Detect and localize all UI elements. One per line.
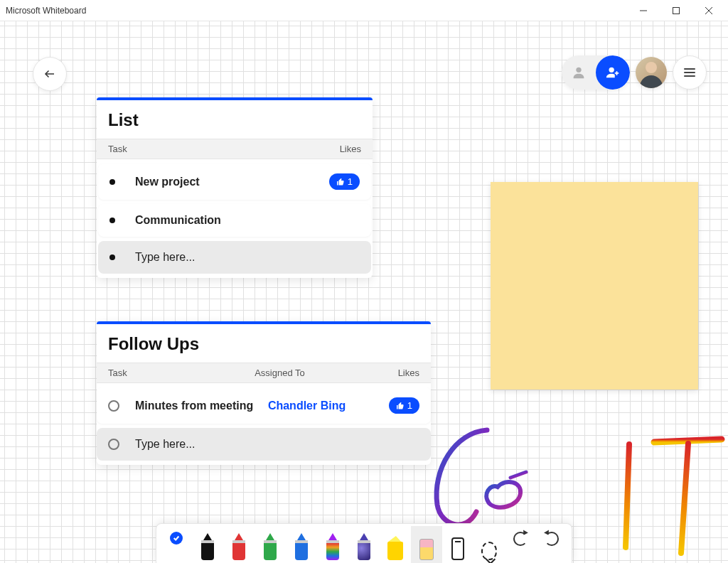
- col-likes-label: Likes: [377, 368, 419, 378]
- check-icon: [170, 532, 183, 545]
- list-row-new[interactable]: Type here...: [98, 241, 371, 274]
- col-likes-label: Likes: [340, 144, 361, 154]
- active-tool-check[interactable]: [161, 526, 192, 563]
- window-close-button[interactable]: [692, 0, 725, 21]
- followups-row[interactable]: Minutes from meeting Chandler Bing 1: [97, 387, 431, 424]
- ruler-tool[interactable]: [442, 526, 473, 563]
- whiteboard-canvas[interactable]: List Task Likes New project 1 Communicat…: [0, 21, 728, 563]
- undo-icon: [513, 532, 528, 546]
- ink-stroke-it[interactable]: [611, 434, 725, 554]
- undo-button[interactable]: [505, 526, 536, 563]
- svg-rect-1: [673, 7, 680, 14]
- highlighter-tool[interactable]: [380, 526, 411, 563]
- list-row-placeholder: Type here...: [135, 251, 360, 264]
- list-card-title: List: [97, 100, 373, 139]
- lasso-icon: [481, 542, 497, 560]
- svg-point-5: [576, 68, 581, 73]
- bullet-icon: [109, 179, 115, 185]
- redo-button[interactable]: [536, 526, 567, 563]
- list-row-text: New project: [135, 176, 329, 188]
- eraser-tool[interactable]: [411, 526, 442, 563]
- ruler-icon: [451, 537, 464, 560]
- like-badge[interactable]: 1: [389, 397, 419, 414]
- like-count: 1: [348, 176, 353, 187]
- pen-blue[interactable]: [286, 526, 317, 563]
- presence-share-pill: [562, 55, 630, 90]
- list-card-header: Task Likes: [97, 139, 373, 159]
- col-task-label: Task: [108, 368, 255, 378]
- like-badge[interactable]: 1: [329, 173, 360, 190]
- pen-galaxy[interactable]: [348, 526, 380, 563]
- sticky-note[interactable]: [491, 182, 698, 390]
- bullet-icon: [109, 254, 115, 260]
- redo-icon: [545, 532, 559, 546]
- pen-green[interactable]: [255, 526, 286, 563]
- back-button[interactable]: [33, 57, 67, 91]
- settings-menu-button[interactable]: [673, 55, 707, 90]
- eraser-icon: [419, 539, 434, 560]
- list-row-text: Communication: [135, 214, 360, 227]
- pen-red[interactable]: [223, 526, 255, 563]
- col-assigned-label: Assigned To: [255, 368, 377, 378]
- followups-row-new[interactable]: Type here...: [97, 428, 431, 461]
- window-titlebar: Microsoft Whiteboard: [0, 0, 728, 21]
- pen-rainbow[interactable]: [317, 526, 348, 563]
- window-maximize-button[interactable]: [660, 0, 692, 21]
- tool-toolbar: [156, 523, 572, 563]
- presence-empty-icon: [562, 55, 596, 90]
- checkbox-icon[interactable]: [108, 400, 119, 412]
- followups-card-header: Task Assigned To Likes: [97, 363, 431, 383]
- like-count: 1: [407, 400, 412, 411]
- pen-black[interactable]: [192, 526, 223, 563]
- window-minimize-button[interactable]: [627, 0, 660, 21]
- followups-row-text: Minutes from meeting: [135, 400, 268, 412]
- list-card[interactable]: List Task Likes New project 1 Communicat…: [97, 97, 373, 278]
- window-title: Microsoft Whiteboard: [6, 6, 627, 16]
- svg-point-6: [609, 68, 614, 73]
- user-avatar[interactable]: [636, 57, 667, 88]
- list-row[interactable]: Communication: [98, 204, 371, 237]
- followups-row-placeholder: Type here...: [135, 438, 419, 451]
- list-row[interactable]: New project 1: [98, 163, 371, 200]
- checkbox-icon[interactable]: [108, 439, 119, 450]
- followups-card[interactable]: Follow Ups Task Assigned To Likes Minute…: [97, 321, 431, 465]
- top-right-controls: [562, 55, 707, 90]
- invite-button[interactable]: [596, 55, 630, 90]
- followups-row-assigned[interactable]: Chandler Bing: [268, 400, 389, 412]
- col-task-label: Task: [108, 144, 340, 154]
- followups-card-title: Follow Ups: [97, 324, 431, 363]
- bullet-icon: [109, 218, 115, 223]
- lasso-tool[interactable]: [473, 526, 505, 563]
- ink-stroke-go[interactable]: [427, 427, 540, 533]
